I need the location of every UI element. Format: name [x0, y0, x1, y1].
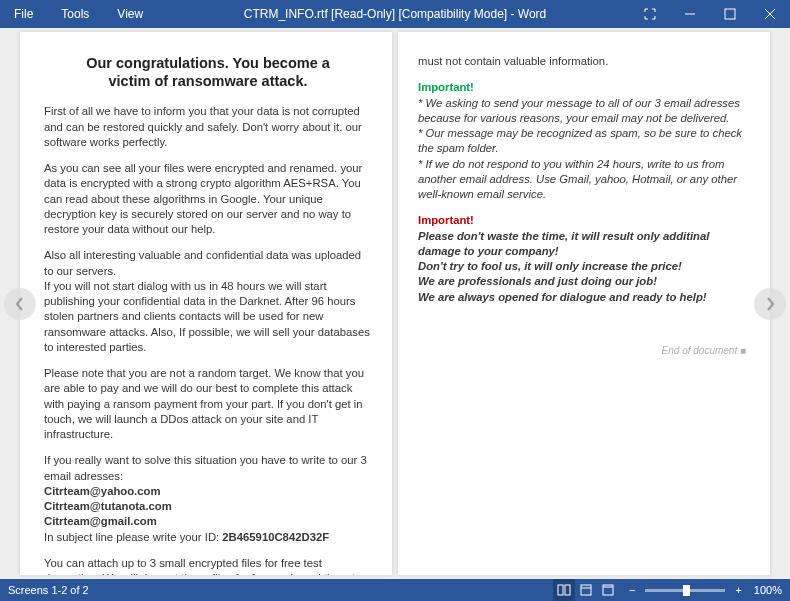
body-text: We are professionals and just doing our … — [418, 274, 746, 289]
zoom-in-button[interactable]: + — [731, 584, 745, 596]
minimize-icon[interactable] — [670, 0, 710, 28]
important-label: Important! — [418, 80, 746, 95]
close-icon[interactable] — [750, 0, 790, 28]
nav-next-button[interactable] — [754, 288, 786, 320]
body-text: If you will not start dialog with us in … — [44, 279, 372, 355]
ransom-heading: Our congratulations. You become a victim… — [64, 54, 352, 90]
zoom-slider[interactable] — [645, 589, 725, 592]
important-label: Important! — [418, 213, 746, 228]
view-web-icon[interactable] — [597, 579, 619, 601]
body-text: First of all we have to inform you that … — [44, 104, 372, 150]
maximize-icon[interactable] — [710, 0, 750, 28]
body-text: You can attach up to 3 small encrypted f… — [44, 556, 372, 575]
menu-view[interactable]: View — [103, 0, 157, 28]
fullscreen-icon[interactable] — [630, 0, 670, 28]
id-line: In subject line please write your ID: 2B… — [44, 530, 372, 545]
view-switcher — [553, 579, 619, 601]
body-text: Please note that you are not a random ta… — [44, 366, 372, 442]
body-text: As you can see all your files were encry… — [44, 161, 372, 237]
nav-prev-button[interactable] — [4, 288, 36, 320]
document-area: Our congratulations. You become a victim… — [0, 28, 790, 579]
svg-rect-0 — [725, 9, 735, 19]
body-text: Also all interesting valuable and confid… — [44, 248, 372, 279]
titlebar: File Tools View CTRM_INFO.rtf [Read-Only… — [0, 0, 790, 28]
body-text: We are always opened for dialogue and re… — [418, 290, 746, 305]
body-text: Please don't waste the time, it will res… — [418, 229, 746, 260]
view-print-icon[interactable] — [575, 579, 597, 601]
screen-indicator[interactable]: Screens 1-2 of 2 — [8, 584, 89, 596]
zoom-level[interactable]: 100% — [746, 584, 782, 596]
svg-rect-3 — [581, 585, 591, 595]
menu-file[interactable]: File — [0, 0, 47, 28]
end-of-document: End of document ■ — [418, 345, 746, 356]
body-text: * If we do not respond to you within 24 … — [418, 157, 746, 203]
zoom-out-button[interactable]: − — [625, 584, 639, 596]
email-address: Citrteam@gmail.com — [44, 514, 372, 529]
page-1: Our congratulations. You become a victim… — [20, 32, 392, 575]
email-address: Citrteam@tutanota.com — [44, 499, 372, 514]
statusbar: Screens 1-2 of 2 − + 100% — [0, 579, 790, 601]
body-text: Don't try to fool us, it will only incre… — [418, 259, 746, 274]
window-controls — [630, 0, 790, 28]
svg-rect-1 — [558, 585, 563, 595]
svg-rect-2 — [565, 585, 570, 595]
body-text: If you really want to solve this situati… — [44, 453, 372, 484]
body-text: * We asking to send your message to all … — [418, 96, 746, 127]
email-address: Citrteam@yahoo.com — [44, 484, 372, 499]
body-text: * Our message may be recognized as spam,… — [418, 126, 746, 157]
body-text: must not contain valuable information. — [418, 54, 746, 69]
menu-bar: File Tools View — [0, 0, 157, 28]
page-2: must not contain valuable information. I… — [398, 32, 770, 575]
victim-id: 2B465910C842D32F — [222, 531, 329, 543]
view-read-icon[interactable] — [553, 579, 575, 601]
window-title: CTRM_INFO.rtf [Read-Only] [Compatibility… — [244, 7, 547, 21]
menu-tools[interactable]: Tools — [47, 0, 103, 28]
